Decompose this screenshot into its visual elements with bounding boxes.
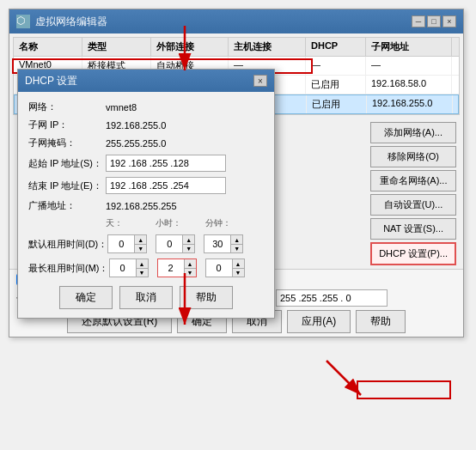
dhcp-button-highlight-box: [357, 380, 451, 399]
close-button[interactable]: ×: [442, 15, 456, 27]
dhcp-subnet-mask-row: 子网掩码： 255.255.255.0: [28, 137, 264, 149]
max-lease-day-down[interactable]: ▼: [136, 268, 148, 277]
default-lease-label: 默认租用时间(D)：: [28, 238, 107, 251]
vmnet8-dhcp: 已启用: [307, 95, 367, 113]
vmnet1-dhcp: 已启用: [306, 76, 366, 94]
dhcp-subnet-mask-label: 子网掩码：: [28, 137, 106, 149]
subnet-mask-input[interactable]: [276, 289, 388, 307]
max-lease-day-arrows: ▲ ▼: [136, 259, 148, 277]
default-lease-min-down[interactable]: ▼: [230, 244, 242, 252]
dhcp-network-row: 网络： vmnet8: [28, 100, 264, 113]
max-lease-label: 最长租用时间(M)：: [28, 262, 109, 275]
col-header-host: 主机连接: [229, 38, 306, 56]
max-lease-min-up[interactable]: ▲: [232, 259, 244, 268]
max-lease-min-down[interactable]: ▼: [232, 268, 244, 277]
minimize-button[interactable]: ─: [412, 15, 425, 27]
vmnet0-subnet: —: [366, 57, 452, 75]
time-header-group: 天： 小时： 分钟：: [106, 217, 264, 229]
add-network-button[interactable]: 添加网络(A)...: [370, 122, 456, 143]
dhcp-end-ip-input[interactable]: [106, 177, 226, 194]
col-header-type: 类型: [82, 38, 151, 56]
max-lease-hour-down[interactable]: ▼: [184, 268, 196, 277]
default-lease-inputs: ▲ ▼ ▲ ▼ ▲ ▼: [107, 234, 264, 253]
col-header-subnet: 子网地址: [366, 38, 452, 56]
dhcp-dialog-buttons: 确定 取消 帮助: [28, 286, 264, 309]
main-title-bar: ⬡ 虚拟网络编辑器 ─ □ ×: [9, 9, 463, 33]
dhcp-broadcast-label: 广播地址：: [28, 199, 106, 212]
dhcp-broadcast-row: 广播地址： 192.168.255.255: [28, 199, 264, 212]
time-header-row: 天： 小时： 分钟：: [28, 217, 264, 229]
max-lease-hour-arrows: ▲ ▼: [184, 259, 196, 277]
max-lease-hour-spinner[interactable]: ▲ ▼: [157, 258, 197, 277]
dhcp-dialog-close-button[interactable]: ×: [253, 75, 267, 87]
dhcp-start-ip-input[interactable]: [106, 155, 226, 172]
vmnet8-subnet: 192.168.255.0: [367, 95, 453, 113]
dhcp-start-ip-label: 起始 IP 地址(S)：: [28, 157, 106, 170]
default-lease-min-up[interactable]: ▲: [230, 235, 242, 244]
default-lease-day-arrows: ▲ ▼: [134, 235, 146, 252]
default-lease-hour-spinner[interactable]: ▲ ▼: [156, 234, 195, 253]
nat-settings-button[interactable]: NAT 设置(S)...: [370, 218, 456, 240]
dhcp-subnet-ip-row: 子网 IP： 192.168.255.0: [28, 119, 264, 131]
svg-line-3: [326, 361, 361, 395]
max-lease-day-input[interactable]: [110, 259, 136, 277]
dhcp-subnet-ip-value: 192.168.255.0: [106, 120, 166, 131]
default-lease-min-arrows: ▲ ▼: [230, 235, 242, 252]
right-panel-buttons: 添加网络(A)... 移除网络(O) 重命名网络(A)... 自动设置(U)..…: [367, 120, 460, 267]
dhcp-cancel-button[interactable]: 取消: [119, 286, 173, 309]
time-header-day: 天：: [106, 217, 149, 229]
dhcp-dialog-body: 网络： vmnet8 子网 IP： 192.168.255.0 子网掩码： 25…: [18, 92, 274, 318]
main-apply-button[interactable]: 应用(A): [287, 310, 351, 333]
dhcp-network-label: 网络：: [28, 100, 106, 113]
col-header-ext: 外部连接: [151, 38, 229, 56]
dhcp-settings-button[interactable]: DHCP 设置(P)...: [370, 242, 456, 265]
default-lease-hour-input[interactable]: [156, 235, 182, 252]
col-header-name: 名称: [14, 38, 82, 56]
rename-network-button[interactable]: 重命名网络(A)...: [370, 170, 456, 192]
default-lease-hour-up[interactable]: ▲: [182, 235, 194, 244]
remove-network-button[interactable]: 移除网络(O): [370, 146, 456, 167]
dhcp-subnet-ip-label: 子网 IP：: [28, 119, 106, 131]
dhcp-help-button[interactable]: 帮助: [180, 286, 233, 309]
max-lease-min-arrows: ▲ ▼: [232, 259, 244, 277]
default-lease-min-input[interactable]: [204, 235, 230, 252]
auto-setup-button[interactable]: 自动设置(U)...: [370, 194, 456, 216]
dhcp-ok-button[interactable]: 确定: [59, 286, 113, 309]
main-help-button[interactable]: 帮助: [356, 310, 406, 333]
title-bar-controls: ─ □ ×: [412, 15, 456, 27]
dhcp-start-ip-row: 起始 IP 地址(S)：: [28, 155, 264, 172]
default-lease-day-spinner[interactable]: ▲ ▼: [107, 234, 147, 253]
dhcp-broadcast-value: 192.168.255.255: [106, 201, 177, 211]
table-header-row: 名称 类型 外部连接 主机连接 DHCP 子网地址: [14, 38, 459, 57]
default-lease-day-input[interactable]: [108, 235, 134, 252]
max-lease-row: 最长租用时间(M)： ▲ ▼ ▲ ▼: [28, 258, 264, 277]
time-header-min: 分钟：: [205, 217, 248, 229]
max-lease-day-up[interactable]: ▲: [136, 259, 148, 268]
default-lease-min-spinner[interactable]: ▲ ▼: [204, 234, 243, 253]
vmnet1-subnet: 192.168.58.0: [366, 76, 452, 94]
app-icon: ⬡: [16, 15, 30, 28]
time-header-hour: 小时：: [156, 217, 198, 229]
dhcp-dialog-title: DHCP 设置: [25, 74, 77, 88]
dhcp-dialog-title-bar: DHCP 设置 ×: [18, 70, 274, 92]
default-lease-day-up[interactable]: ▲: [134, 235, 146, 244]
max-lease-hour-input[interactable]: [158, 259, 184, 277]
dhcp-dialog: DHCP 设置 × 网络： vmnet8 子网 IP： 192.168.255.…: [17, 69, 275, 319]
dhcp-network-value: vmnet8: [106, 102, 137, 112]
max-lease-day-spinner[interactable]: ▲ ▼: [109, 258, 149, 277]
main-title: 虚拟网络编辑器: [35, 15, 107, 29]
max-lease-inputs: ▲ ▼ ▲ ▼ ▲ ▼: [109, 258, 265, 277]
dhcp-end-ip-row: 结束 IP 地址(E)：: [28, 177, 264, 194]
default-lease-day-down[interactable]: ▼: [134, 244, 146, 252]
default-lease-row: 默认租用时间(D)： ▲ ▼ ▲ ▼: [28, 234, 264, 253]
maximize-button[interactable]: □: [427, 15, 441, 27]
dhcp-subnet-mask-value: 255.255.255.0: [106, 138, 166, 149]
max-lease-min-spinner[interactable]: ▲ ▼: [205, 258, 245, 277]
default-lease-hour-down[interactable]: ▼: [182, 244, 194, 252]
vmnet0-dhcp: —: [306, 57, 366, 75]
dhcp-end-ip-label: 结束 IP 地址(E)：: [28, 179, 106, 192]
title-bar-left: ⬡ 虚拟网络编辑器: [16, 15, 107, 29]
max-lease-hour-up[interactable]: ▲: [184, 259, 196, 268]
max-lease-min-input[interactable]: [206, 259, 232, 277]
col-header-dhcp: DHCP: [306, 38, 366, 56]
